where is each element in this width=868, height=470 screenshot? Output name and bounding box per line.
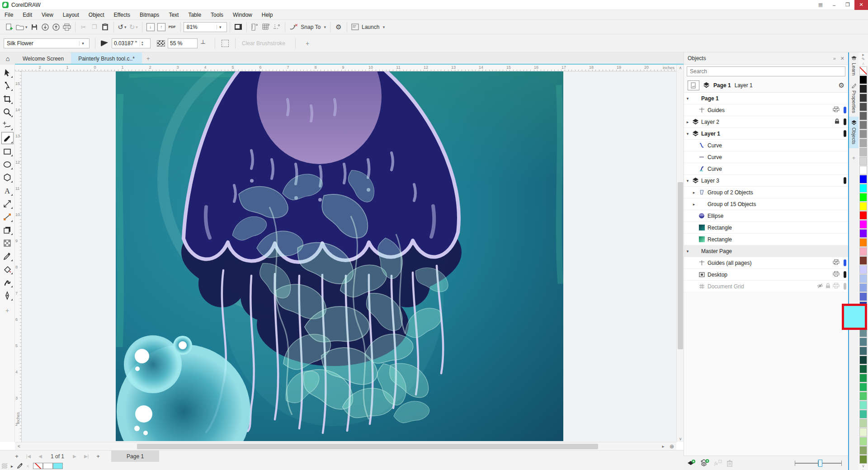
- horizontal-scroll-track[interactable]: [23, 442, 659, 451]
- options-gear-button[interactable]: ⚙: [333, 22, 344, 33]
- color-swatch[interactable]: [859, 220, 867, 229]
- layer-color-pill[interactable]: [844, 283, 846, 290]
- chevron-down-icon[interactable]: ▾: [217, 25, 224, 29]
- color-swatch[interactable]: [859, 410, 867, 418]
- transparency-tool[interactable]: [1, 237, 14, 249]
- expander-icon[interactable]: ▾: [684, 132, 691, 136]
- color-swatch[interactable]: [859, 283, 867, 292]
- previous-page-button[interactable]: ◀: [35, 454, 45, 459]
- scroll-left-icon[interactable]: <: [15, 444, 23, 449]
- menu-effects[interactable]: Effects: [114, 12, 130, 18]
- outline-color-swatch[interactable]: [33, 463, 43, 469]
- color-swatch[interactable]: [859, 338, 867, 346]
- customize-toolbox-button[interactable]: +: [5, 307, 9, 314]
- tree-row-document-grid[interactable]: Document Grid: [684, 281, 848, 292]
- print-dim-icon[interactable]: [833, 283, 840, 290]
- launch-button[interactable]: Launch ▾: [350, 22, 386, 33]
- smear-tool[interactable]: [1, 276, 14, 288]
- menu-object[interactable]: Object: [89, 12, 104, 18]
- cut-button[interactable]: ✂: [78, 22, 89, 33]
- menu-edit[interactable]: Edit: [23, 12, 32, 18]
- shape-tool[interactable]: [1, 80, 14, 92]
- tree-row-curve[interactable]: Curve: [684, 151, 848, 163]
- tree-row-layer-2[interactable]: ▸Layer 2: [684, 116, 848, 128]
- color-swatch[interactable]: [859, 130, 867, 138]
- color-swatch[interactable]: [859, 392, 867, 400]
- expander-icon[interactable]: ▸: [690, 190, 698, 195]
- tree-row-group-of-2-objects[interactable]: ▸Group of 2 Objects: [684, 187, 848, 198]
- color-swatch[interactable]: [859, 428, 867, 437]
- color-swatch[interactable]: [859, 446, 867, 455]
- color-swatch[interactable]: [859, 401, 867, 409]
- snap-to-dropdown[interactable]: Snap To ▾: [299, 22, 327, 33]
- new-layer-button[interactable]: [687, 460, 696, 467]
- tree-row-curve[interactable]: Curve: [684, 163, 848, 175]
- show-grid-button[interactable]: [260, 22, 271, 33]
- page-thumbnail-icon[interactable]: [688, 80, 699, 90]
- ellipse-tool[interactable]: [1, 158, 14, 170]
- paint-tool[interactable]: [1, 132, 14, 144]
- scroll-down-icon[interactable]: ∨: [677, 437, 684, 441]
- new-document-tab-button[interactable]: +: [142, 52, 155, 65]
- publish-pdf-button[interactable]: PDF: [167, 22, 178, 33]
- layer-color-pill[interactable]: [844, 271, 846, 278]
- brush-style-combo[interactable]: Silk Flower ▾: [4, 38, 90, 48]
- close-button[interactable]: ✕: [854, 0, 868, 10]
- color-swatch[interactable]: [859, 265, 867, 274]
- zoom-level-combo[interactable]: 81% ▾: [184, 22, 227, 32]
- restore-button[interactable]: ❐: [841, 0, 854, 10]
- doc-tab-active[interactable]: Painterly Brush tool.c..*: [71, 52, 142, 65]
- palette-flyout-icon[interactable]: ▸: [862, 52, 864, 57]
- color-swatch[interactable]: [859, 202, 867, 211]
- fill-tool[interactable]: [1, 263, 14, 275]
- zoom-tool[interactable]: [1, 106, 14, 118]
- tree-row-layer-3[interactable]: ▾Layer 3: [684, 175, 848, 187]
- new-master-layer-button[interactable]: [700, 459, 709, 467]
- home-tab[interactable]: ⌂: [0, 52, 15, 65]
- tree-row-page-1[interactable]: ▾Page 1: [684, 93, 848, 104]
- add-page-button-2[interactable]: +: [93, 453, 103, 460]
- color-swatch[interactable]: [859, 166, 867, 174]
- tree-row-guides[interactable]: Guides: [684, 104, 848, 116]
- save-button[interactable]: [29, 22, 40, 33]
- eyedropper-tool[interactable]: [1, 250, 14, 262]
- side-tab-objects[interactable]: Objects: [849, 117, 859, 148]
- color-swatch[interactable]: [859, 94, 867, 102]
- print-off-icon[interactable]: [833, 107, 840, 113]
- gear-icon[interactable]: ⚙: [839, 81, 844, 89]
- print-button[interactable]: [61, 22, 72, 33]
- shadow-tool[interactable]: [1, 224, 14, 236]
- lock-dim-icon[interactable]: [826, 283, 830, 290]
- tree-row-guides-all-pages-[interactable]: Guides (all pages): [684, 257, 848, 269]
- show-rulers-button[interactable]: [250, 22, 260, 33]
- freehand-tool[interactable]: [1, 119, 14, 131]
- redo-button[interactable]: ↻▾: [128, 22, 139, 33]
- print-off-icon[interactable]: [833, 259, 840, 266]
- fill-color-swatch-white[interactable]: [43, 463, 53, 469]
- color-swatch[interactable]: [859, 103, 867, 111]
- menu-help[interactable]: Help: [262, 12, 273, 18]
- side-tab-properties[interactable]: Properties: [849, 79, 859, 117]
- lock-icon[interactable]: [835, 118, 840, 125]
- scroll-up-icon[interactable]: ∧: [677, 66, 684, 70]
- side-tab-learn[interactable]: Learn: [849, 52, 859, 79]
- brushstroke-bounds-icon[interactable]: [222, 40, 229, 47]
- color-swatch[interactable]: [859, 112, 867, 120]
- connector-tool[interactable]: [1, 211, 14, 223]
- copy-button[interactable]: ❐: [89, 22, 100, 33]
- color-swatch[interactable]: [859, 419, 867, 428]
- pen-pressure-button[interactable]: ┴: [198, 38, 208, 49]
- palette-scroll-up-icon[interactable]: ∧: [862, 61, 865, 66]
- menu-table[interactable]: Table: [188, 12, 201, 18]
- jellyfish-artwork[interactable]: [116, 71, 563, 441]
- color-swatch[interactable]: [859, 347, 867, 355]
- color-swatch[interactable]: [859, 175, 867, 183]
- eye-off-icon[interactable]: [817, 283, 823, 290]
- menu-file[interactable]: File: [5, 12, 13, 18]
- color-swatch[interactable]: [859, 148, 867, 156]
- tree-row-ellipse[interactable]: Ellipse: [684, 210, 848, 222]
- pick-tool[interactable]: [1, 66, 14, 79]
- color-swatch[interactable]: [859, 211, 867, 220]
- doc-tab[interactable]: Welcome Screen: [15, 52, 71, 65]
- color-swatch[interactable]: [859, 238, 867, 247]
